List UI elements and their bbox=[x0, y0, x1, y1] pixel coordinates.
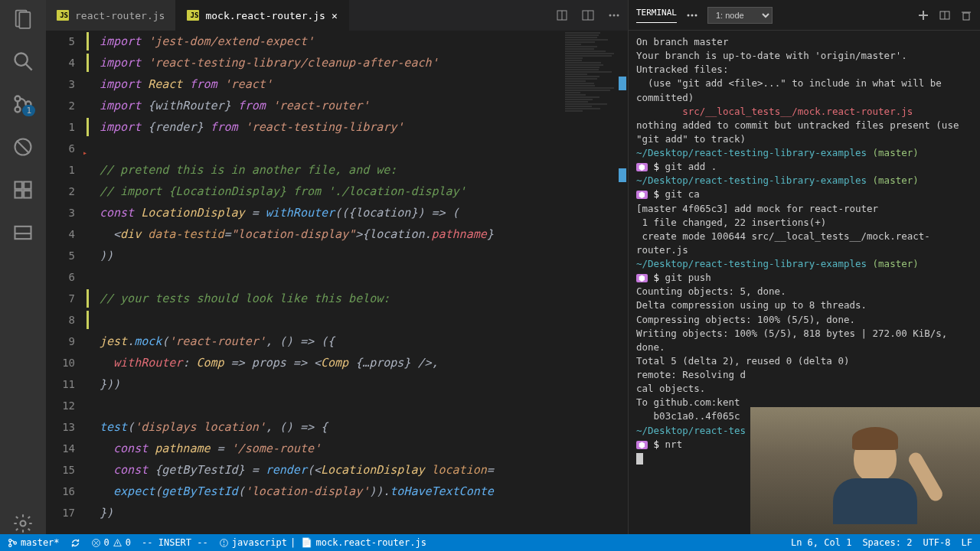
split-editor-icon[interactable] bbox=[582, 9, 594, 21]
svg-point-21 bbox=[613, 15, 616, 17]
svg-line-8 bbox=[17, 141, 29, 153]
svg-point-25 bbox=[694, 14, 697, 16]
editor-tabs: JSreact-router.js JSmock.react-router.js… bbox=[46, 0, 628, 31]
svg-point-32 bbox=[9, 539, 11, 541]
panel-icon[interactable] bbox=[12, 222, 34, 243]
source-control-icon[interactable]: 1 bbox=[12, 93, 34, 115]
terminal-select[interactable]: 1: node bbox=[707, 7, 773, 24]
split-terminal-icon[interactable] bbox=[939, 9, 951, 21]
settings-gear-icon[interactable] bbox=[12, 513, 34, 534]
svg-point-4 bbox=[15, 96, 21, 102]
svg-point-23 bbox=[687, 14, 689, 16]
svg-point-41 bbox=[224, 544, 224, 545]
status-position[interactable]: Ln 6, Col 1 bbox=[791, 537, 851, 548]
svg-point-22 bbox=[617, 15, 619, 17]
svg-line-3 bbox=[26, 64, 32, 70]
svg-rect-30 bbox=[963, 13, 969, 20]
svg-rect-10 bbox=[24, 182, 31, 189]
svg-rect-1 bbox=[19, 12, 30, 28]
status-bar: master* 00 -- INSERT -- javascript | 📄 m… bbox=[0, 534, 980, 551]
svg-rect-9 bbox=[15, 182, 22, 189]
extensions-icon[interactable] bbox=[12, 179, 34, 201]
tab-react-router[interactable]: JSreact-router.js bbox=[46, 0, 176, 31]
debug-icon[interactable] bbox=[12, 136, 34, 158]
svg-point-5 bbox=[15, 107, 21, 112]
status-mode: -- INSERT -- bbox=[142, 537, 208, 548]
new-terminal-icon[interactable] bbox=[917, 9, 929, 21]
code-content[interactable]: import 'jest-dom/extend-expect'import 'r… bbox=[92, 31, 564, 534]
status-sync[interactable] bbox=[70, 538, 80, 548]
tab-label: mock.react-router.js bbox=[205, 10, 325, 21]
editor-area: JSreact-router.js JSmock.react-router.js… bbox=[46, 0, 628, 534]
tab-label: react-router.js bbox=[75, 10, 165, 21]
svg-rect-11 bbox=[15, 191, 22, 197]
line-gutter: 5432161234567891011121314151617 bbox=[46, 31, 92, 534]
svg-point-20 bbox=[609, 15, 612, 17]
svg-rect-13 bbox=[15, 227, 31, 239]
minimap[interactable] bbox=[564, 31, 617, 534]
activity-bar: 1 bbox=[0, 0, 46, 534]
status-encoding[interactable]: UTF-8 bbox=[923, 537, 950, 548]
js-file-icon: JS bbox=[57, 10, 69, 21]
close-tab-icon[interactable]: ✕ bbox=[332, 10, 338, 21]
tab-mock-react-router[interactable]: JSmock.react-router.js✕ bbox=[176, 0, 348, 31]
scrollbar[interactable] bbox=[617, 31, 628, 534]
explorer-icon[interactable] bbox=[12, 8, 34, 29]
status-spaces[interactable]: Spaces: 2 bbox=[862, 537, 912, 548]
more-icon[interactable] bbox=[608, 9, 620, 21]
status-lang[interactable]: javascript | 📄 mock.react-router.js bbox=[219, 537, 426, 548]
svg-point-24 bbox=[691, 14, 693, 16]
webcam-overlay bbox=[750, 407, 980, 534]
kill-terminal-icon[interactable] bbox=[960, 9, 972, 21]
status-branch[interactable]: master* bbox=[8, 537, 60, 548]
svg-point-2 bbox=[15, 54, 28, 66]
search-icon[interactable] bbox=[12, 51, 34, 72]
compare-icon[interactable] bbox=[556, 9, 568, 21]
js-file-icon: JS bbox=[187, 10, 199, 21]
code-editor[interactable]: 5432161234567891011121314151617 import '… bbox=[46, 31, 628, 534]
svg-point-15 bbox=[21, 521, 26, 527]
status-problems[interactable]: 00 bbox=[91, 537, 131, 548]
more-icon[interactable] bbox=[686, 9, 698, 21]
svg-point-33 bbox=[9, 544, 11, 546]
status-eol[interactable]: LF bbox=[962, 537, 972, 548]
terminal-tab[interactable]: TERMINAL bbox=[636, 7, 677, 23]
svg-rect-12 bbox=[24, 191, 31, 197]
scm-badge: 1 bbox=[22, 105, 35, 116]
